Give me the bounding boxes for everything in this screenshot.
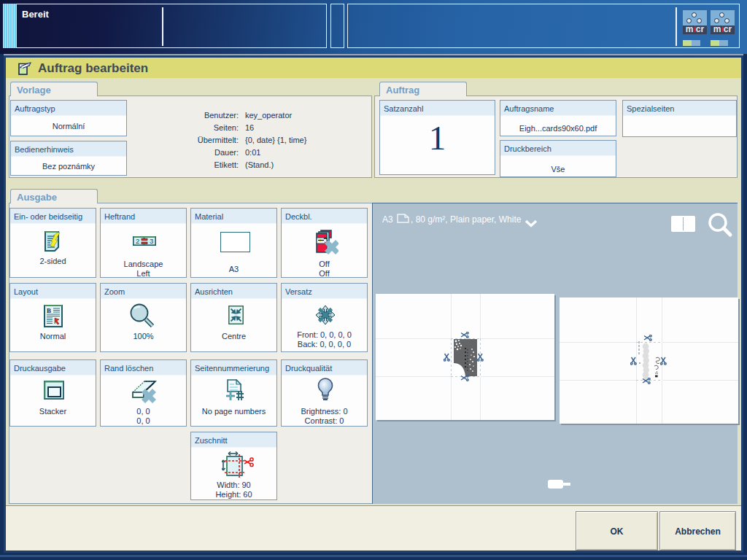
svg-text:2: 2 [136,237,139,245]
svg-text:B: B [47,307,51,314]
svg-text:3: 3 [150,237,153,245]
